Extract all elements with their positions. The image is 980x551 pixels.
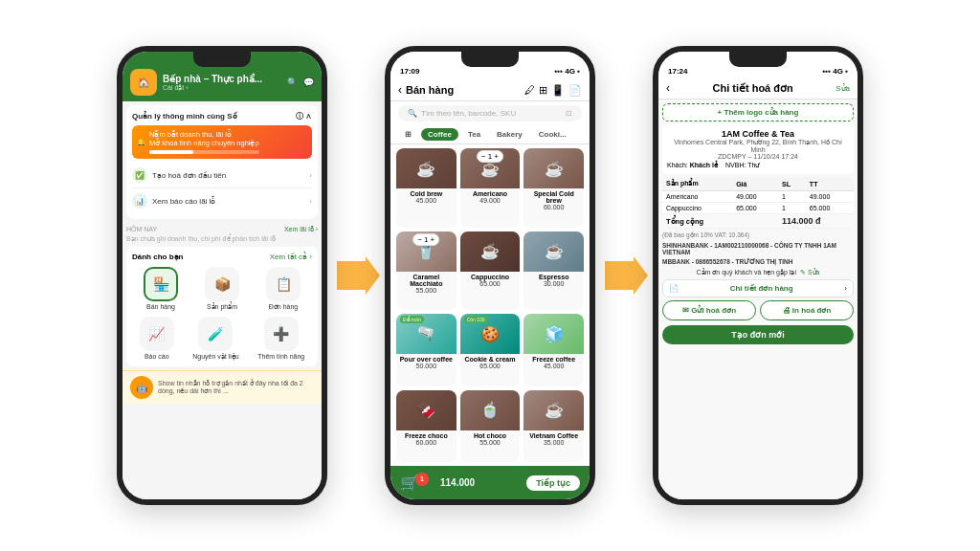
p1-icon-donhang[interactable]: 📋 Đơn hàng — [266, 267, 301, 311]
p1-icon-sanpham[interactable]: 📦 Sản phẩm — [205, 267, 239, 311]
p2-icon-3[interactable]: 📱 — [551, 84, 565, 97]
p2-item-freeze-choco[interactable]: 🍫 Freeze choco 60.000 — [396, 390, 457, 463]
p2-back-icon[interactable]: ‹ — [398, 83, 402, 97]
p2-price-espresso: 30.000 — [523, 280, 584, 289]
p1-menu-create-invoice[interactable]: ✅ Tạo hoá đơn đầu tiên › — [132, 163, 312, 188]
p1-chat-icon[interactable]: 💬 — [303, 77, 314, 87]
p3-thead: Sản phẩm Giá SL TT — [662, 177, 854, 191]
p2-minus-americano[interactable]: − — [481, 152, 486, 161]
p3-send-button[interactable]: ✉ Gửi hoá đơn — [662, 300, 756, 320]
p1-header-title: Bếp nhà – Thực phẩ... — [163, 74, 281, 84]
p3-bank-2: MBBANK - 0866552678 - TRƯƠNG THỊ TINH — [662, 258, 854, 266]
p2-item-freeze[interactable]: 🧊 Freeze coffee 45.000 — [523, 314, 584, 386]
p1-icon-banhang[interactable]: 🏪 Bán hàng — [144, 267, 178, 311]
p2-item-hot-choco[interactable]: 🍵 Hot choco 55.000 — [460, 390, 521, 463]
phone-2-content: 17:09 ▪▪▪ 4G ▪ ‹ Bán hàng 🖊 ⊞ 📱 📄 🔍 Tìm … — [390, 52, 590, 499]
p1-menu-label-report: Xem báo cáo lãi lỗ — [152, 197, 215, 206]
p2-name-espresso: Espresso — [523, 272, 584, 280]
p3-btn-row: ✉ Gửi hoá đơn 🖨 In hoá đơn — [662, 300, 854, 320]
p2-price-hot-choco: 55.000 — [460, 439, 521, 448]
p3-td-cappuccino-price: 65.000 — [732, 203, 778, 214]
p2-tab-bakery[interactable]: Bakery — [490, 128, 529, 141]
p2-item-americano[interactable]: ☕ − 1 + Americano 49.000 — [460, 148, 521, 228]
p3-edit-note[interactable]: ✎ Sửa — [800, 269, 820, 276]
p2-item-cold-brew[interactable]: ☕ Cold brew 45.000 — [396, 148, 457, 228]
p2-item-cookie[interactable]: 🍪 Còn 100 Cookie & cream 65.000 — [460, 314, 521, 386]
phone-3-notch — [729, 52, 787, 67]
p1-icon-box-banhang: 🏪 — [144, 267, 178, 301]
p1-menu-report[interactable]: 📊 Xem báo cáo lãi lỗ › — [132, 188, 312, 213]
p2-img-espresso: ☕ — [523, 231, 584, 272]
p3-print-button[interactable]: 🖨 In hoá đơn — [760, 300, 854, 320]
p2-footer-cart[interactable]: 🛒 1 114.000 — [400, 474, 475, 492]
p3-thead-row: Sản phẩm Giá SL TT — [662, 177, 854, 191]
p1-chevron-report: › — [309, 197, 312, 206]
p2-item-special-cold[interactable]: ☕ Special Cold brew 60.000 — [523, 148, 584, 228]
p1-icon-baocao[interactable]: 📈 Báo cáo — [140, 317, 174, 361]
p1-alert[interactable]: 🔔 Nắm bắt doanh thu, lãi lỗ Mở khoá tính… — [132, 125, 312, 159]
p3-detail-label: Chi tiết đơn hàng — [730, 284, 793, 293]
p1-search-icon[interactable]: 🔍 — [287, 77, 298, 87]
p1-header-sub[interactable]: Cài đặt › — [163, 84, 281, 92]
p2-item-espresso[interactable]: ☕ Espresso 30.000 — [523, 231, 584, 311]
p1-icon-them-tinh-nang[interactable]: ➕ Thêm tính năng — [257, 317, 304, 361]
p2-item-vietnam[interactable]: ☕ Vietnam Coffee 35.000 — [523, 390, 584, 463]
p2-icon-2[interactable]: ⊞ — [539, 84, 547, 97]
p2-name-vietnam: Vietnam Coffee — [523, 430, 584, 439]
p1-icon-label-baocao: Báo cáo — [145, 353, 169, 360]
p1-icons-row-2: 📈 Báo cáo 🧪 Nguyên vật liệu ➕ Thêm tính … — [132, 317, 312, 361]
phone-1: 🏠 Bếp nhà – Thực phẩ... Cài đặt › 🔍 💬 Qu… — [117, 46, 327, 505]
p1-icon-box-baocao: 📈 — [140, 317, 174, 351]
p2-img-freeze: 🧊 — [523, 314, 584, 354]
arrow-1 — [327, 247, 385, 304]
p3-invoice-code: ZDCMPY – 11/10/24 17:24 — [667, 153, 849, 160]
p1-danhcho-link[interactable]: Xem tất cả › — [270, 253, 312, 261]
p2-continue-button[interactable]: Tiếp tục — [526, 475, 580, 491]
p2-product-grid: ☕ Cold brew 45.000 ☕ − 1 + Americano 49.… — [390, 144, 590, 466]
p3-body: + Thêm logo cửa hàng 1AM Coffee & Tea Vi… — [658, 99, 858, 499]
p1-alert-content: Nắm bắt doanh thu, lãi lỗ Mở khoá tính n… — [149, 130, 259, 154]
p2-name-pour-over: Pour over coffee — [396, 354, 457, 363]
p2-plus-caramel[interactable]: + — [431, 235, 435, 244]
p2-img-special-cold: ☕ — [523, 148, 584, 188]
p3-td-americano-name: Americano — [662, 191, 732, 203]
p3-detail-link[interactable]: 📄 Chi tiết đơn hàng › — [662, 279, 854, 298]
p3-vat-note: (Đã bao gồm 10% VAT: 10.364) — [662, 231, 854, 239]
p3-detail-chevron: › — [844, 284, 847, 293]
p1-danhcho: Dành cho bạn Xem tất cả › 🏪 Bán hàng 📦 S… — [126, 247, 318, 366]
p1-today-link[interactable]: Xem lãi lỗ › — [284, 226, 318, 233]
p2-item-caramel[interactable]: 🥤 − 1 + Caramel Macchiato 55.000 — [396, 231, 457, 311]
p3-signal: ▪▪▪ 4G ▪ — [823, 67, 848, 76]
p3-detail-icon: 📄 — [669, 284, 679, 293]
p3-header-title: Chi tiết hoá đơn — [670, 82, 835, 95]
p2-price-cappuccino: 65.000 — [460, 280, 521, 289]
p2-search[interactable]: 🔍 Tìm theo tên, barcode, SKU ⊡ — [398, 105, 582, 121]
p2-tab-inbox[interactable]: ⊞ — [398, 128, 418, 141]
p1-icon-nguyen-vat-lieu[interactable]: 🧪 Nguyên vật liệu — [192, 317, 238, 361]
p3-new-order-button[interactable]: Tạo đơn mới — [662, 325, 854, 344]
p2-tab-coffee[interactable]: Coffee — [421, 128, 458, 141]
p2-tab-tea[interactable]: Tea — [461, 128, 487, 141]
p3-store-addr: Vinhomes Central Park, Phường 22, Bình T… — [667, 139, 849, 153]
p2-minus-caramel[interactable]: − — [417, 235, 422, 244]
p1-footer: 🤖 Show tin nhắn hỗ trợ gần nhất ở đây nh… — [122, 370, 322, 404]
p3-edit-label[interactable]: Sửa — [835, 84, 850, 93]
p2-plus-americano[interactable]: + — [494, 152, 499, 161]
arrow-2 — [595, 247, 653, 304]
p2-count-americano: 1 — [488, 152, 492, 161]
p1-icon-box-nvl: 🧪 — [198, 317, 233, 351]
arrow-1-svg — [332, 252, 380, 299]
p3-td-americano-total: 49.000 — [806, 191, 854, 203]
p2-barcode-icon: ⊡ — [566, 109, 572, 118]
p2-icon-4[interactable]: 📄 — [568, 84, 582, 97]
p2-tab-cooki[interactable]: Cooki... — [532, 128, 573, 141]
p3-logo-button[interactable]: + Thêm logo cửa hàng — [662, 103, 854, 121]
p2-item-pour-over[interactable]: 🫗 Đổi món Pour over coffee 50.000 — [396, 314, 457, 386]
p2-footer: 🛒 1 114.000 Tiếp tục — [390, 466, 590, 499]
p2-item-cappuccino[interactable]: ☕ Cappuccino 65.000 — [460, 231, 521, 311]
p2-icon-1[interactable]: 🖊 — [524, 84, 535, 96]
p3-nvbh-value: Thư — [747, 162, 759, 168]
p3-row-americano: Americano 49.000 1 49.000 — [662, 191, 854, 203]
svg-marker-1 — [605, 256, 648, 295]
p1-icon-label-banhang: Bán hàng — [146, 303, 175, 310]
